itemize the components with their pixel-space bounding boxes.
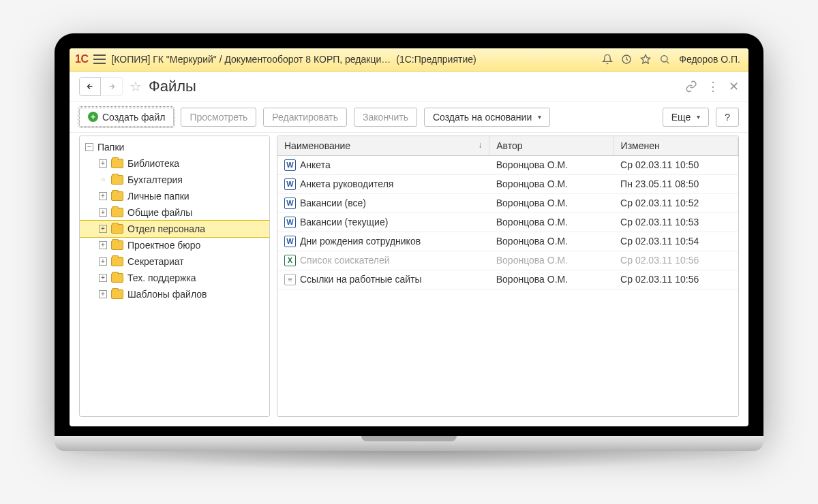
- tree-node-label: Тех. поддержка: [127, 272, 196, 283]
- file-modified-label: Ср 02.03.11 10:50: [614, 155, 738, 174]
- window-title: [КОПИЯ] ГК "Меркурий" / Документооборот …: [111, 54, 391, 65]
- word-file-icon: W: [284, 159, 296, 171]
- kebab-menu-icon[interactable]: ⋮: [707, 79, 719, 94]
- expand-icon[interactable]: [99, 159, 107, 168]
- file-name-label: Анкета руководителя: [300, 178, 393, 189]
- expand-icon[interactable]: [99, 225, 107, 233]
- favorite-star-icon[interactable]: ☆: [130, 78, 142, 95]
- file-name-label: Вакансии (все): [300, 198, 366, 208]
- plus-icon: +: [88, 112, 98, 122]
- table-row[interactable]: WВакансии (все)Воронцова О.М.Ср 02.03.11…: [277, 193, 738, 212]
- star-icon[interactable]: [639, 53, 652, 65]
- table-row[interactable]: WВакансии (текущие)Воронцова О.М.Ср 02.0…: [277, 212, 738, 232]
- file-modified-label: Ср 02.03.11 10:56: [614, 251, 738, 270]
- tree-node-label: Проектное бюро: [127, 240, 200, 251]
- collapse-icon[interactable]: [85, 143, 93, 151]
- bell-icon[interactable]: [601, 53, 614, 65]
- folder-icon: [111, 175, 123, 185]
- file-author-label: Воронцова О.М.: [489, 270, 614, 289]
- nav-back-button[interactable]: [79, 77, 101, 96]
- folder-icon: [111, 224, 123, 234]
- toolbar: + Создать файл Просмотреть Редактировать…: [70, 102, 748, 133]
- file-modified-label: Пн 23.05.11 08:50: [614, 174, 738, 193]
- edit-button[interactable]: Редактировать: [263, 108, 347, 127]
- finish-button[interactable]: Закончить: [354, 108, 417, 127]
- close-icon[interactable]: ✕: [729, 79, 739, 94]
- folder-icon: [111, 159, 123, 168]
- column-header-author[interactable]: Автор: [489, 136, 614, 156]
- folder-icon: [111, 191, 123, 201]
- tree-node-label: Секретариат: [127, 256, 184, 267]
- excel-file-icon: X: [284, 255, 296, 266]
- file-modified-label: Ср 02.03.11 10:56: [614, 270, 738, 289]
- expand-icon[interactable]: [99, 257, 107, 266]
- file-modified-label: Ср 02.03.11 10:53: [614, 212, 738, 232]
- tree-node[interactable]: Личные папки: [80, 188, 269, 204]
- tree-node-label: Шаблоны файлов: [127, 289, 207, 300]
- file-author-label: Воронцова О.М.: [489, 212, 614, 232]
- file-name-label: Анкета: [300, 159, 331, 170]
- chevron-down-icon: ▾: [697, 113, 700, 121]
- text-file-icon: ≡: [284, 274, 296, 285]
- link-icon[interactable]: [685, 80, 697, 93]
- column-header-modified[interactable]: Изменен: [614, 136, 738, 156]
- tree-node-label: Отдел персонала: [127, 223, 205, 234]
- tree-node[interactable]: Шаблоны файлов: [80, 286, 269, 302]
- column-header-name[interactable]: Наименование ↓: [277, 136, 489, 156]
- view-button[interactable]: Просмотреть: [181, 108, 256, 127]
- tree-root-label: Папки: [97, 142, 124, 153]
- file-list-panel: Наименование ↓ Автор Изменен WАнкетаВоро…: [277, 136, 739, 417]
- file-author-label: Воронцова О.М.: [489, 251, 614, 270]
- tree-node[interactable]: Библиотека: [80, 155, 269, 172]
- titlebar: 1C [КОПИЯ] ГК "Меркурий" / Документообор…: [70, 48, 748, 72]
- expand-icon[interactable]: [99, 192, 107, 200]
- file-name-label: Дни рождения сотрудников: [300, 236, 421, 247]
- tree-node[interactable]: ○Бухгалтерия: [80, 172, 269, 188]
- current-user-label[interactable]: Федоров О.П.: [676, 54, 743, 65]
- help-button[interactable]: ?: [716, 108, 739, 127]
- svg-point-2: [661, 56, 667, 62]
- folder-icon: [111, 273, 123, 283]
- tree-node-label: Личные папки: [127, 191, 190, 202]
- file-author-label: Воронцова О.М.: [489, 174, 614, 193]
- page-title: Файлы: [149, 78, 196, 95]
- tree-root[interactable]: Папки: [80, 139, 269, 155]
- table-row[interactable]: WАнкета руководителяВоронцова О.М.Пн 23.…: [277, 174, 738, 193]
- history-icon[interactable]: [620, 53, 633, 65]
- hamburger-icon[interactable]: [93, 54, 106, 64]
- file-name-label: Ссылки на работные сайты: [300, 274, 422, 285]
- subheader: ☆ Файлы ⋮ ✕: [70, 72, 748, 102]
- svg-marker-1: [641, 54, 650, 63]
- chevron-down-icon: ▾: [538, 113, 541, 121]
- more-button[interactable]: Еще▾: [663, 108, 710, 127]
- tree-node[interactable]: Секретариат: [80, 253, 269, 270]
- create-file-button[interactable]: + Создать файл: [79, 108, 174, 127]
- table-row[interactable]: ≡Ссылки на работные сайтыВоронцова О.М.С…: [277, 270, 738, 289]
- bullet-icon: ○: [99, 176, 107, 184]
- expand-icon[interactable]: [99, 290, 107, 298]
- file-name-label: Список соискателей: [300, 255, 390, 266]
- word-file-icon: W: [284, 198, 296, 209]
- table-row[interactable]: WАнкетаВоронцова О.М.Ср 02.03.11 10:50: [277, 155, 738, 174]
- file-author-label: Воронцова О.М.: [489, 155, 614, 174]
- tree-node[interactable]: Общие файлы: [80, 204, 269, 221]
- tree-node[interactable]: Тех. поддержка: [80, 270, 269, 286]
- folder-icon: [111, 289, 123, 299]
- folder-icon: [111, 257, 123, 266]
- table-row[interactable]: WДни рождения сотрудниковВоронцова О.М.С…: [277, 232, 738, 251]
- tree-node-label: Библиотека: [127, 158, 179, 169]
- word-file-icon: W: [284, 217, 296, 228]
- expand-icon[interactable]: [99, 241, 107, 249]
- nav-forward-button: [101, 77, 123, 96]
- tree-node[interactable]: Отдел персонала: [80, 221, 269, 237]
- tree-node[interactable]: Проектное бюро: [80, 237, 269, 253]
- tree-node-label: Бухгалтерия: [127, 174, 183, 185]
- expand-icon[interactable]: [99, 274, 107, 282]
- create-on-basis-button[interactable]: Создать на основании▾: [424, 108, 550, 127]
- table-row[interactable]: XСписок соискателейВоронцова О.М.Ср 02.0…: [277, 251, 738, 270]
- word-file-icon: W: [284, 236, 296, 247]
- search-icon[interactable]: [658, 53, 671, 65]
- expand-icon[interactable]: [99, 208, 107, 217]
- word-file-icon: W: [284, 178, 296, 190]
- file-modified-label: Ср 02.03.11 10:52: [614, 193, 738, 212]
